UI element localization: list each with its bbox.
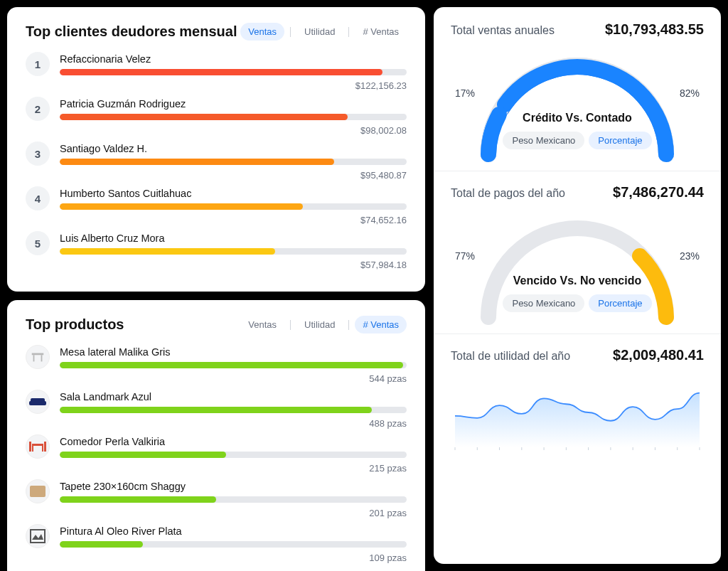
- svg-rect-11: [31, 530, 45, 543]
- debtor-name: Santiago Valdez H.: [60, 143, 407, 154]
- products-header: Top productos Ventas Utilidad # Ventas: [26, 316, 407, 333]
- rank-badge: 1: [26, 52, 50, 76]
- divider: [290, 320, 291, 330]
- bar-track: [60, 407, 407, 413]
- annual-sales-label: Total ventas anuales: [451, 24, 555, 37]
- gauge-overdue-title: Vencido Vs. No vencido: [451, 274, 704, 287]
- sofa-icon: [26, 390, 50, 414]
- bar-fill: [60, 496, 216, 503]
- bar-fill: [60, 541, 143, 548]
- tab-nventas[interactable]: # Ventas: [355, 23, 407, 41]
- bar-fill: [60, 114, 348, 120]
- unit-peso[interactable]: Peso Mexicano: [503, 294, 584, 312]
- product-row[interactable]: Sala Landmark Azul: [26, 390, 407, 414]
- debtor-value: $122,156.23: [26, 80, 407, 91]
- rank-badge: 5: [26, 231, 50, 255]
- product-name: Pintura Al Oleo River Plata: [60, 525, 407, 537]
- product-name: Mesa lateral Malika Gris: [60, 346, 407, 358]
- svg-rect-9: [44, 442, 46, 452]
- debtors-tabs: Ventas Utilidad # Ventas: [240, 23, 407, 41]
- bar-fill: [60, 407, 372, 413]
- svg-rect-0: [32, 353, 44, 356]
- unit-pct[interactable]: Porcentaje: [589, 294, 651, 312]
- product-value: 215 pzas: [26, 463, 407, 474]
- rank-badge: 3: [26, 142, 50, 166]
- tab-ventas[interactable]: Ventas: [240, 316, 284, 333]
- debtors-title: Top clientes deudores mensual: [26, 23, 237, 40]
- divider: [434, 333, 721, 334]
- bar-track: [60, 159, 407, 165]
- bar-track: [60, 203, 407, 210]
- bar-track: [60, 69, 407, 75]
- debtor-value: $98,002.08: [26, 125, 407, 136]
- product-name: Sala Landmark Azul: [60, 391, 407, 402]
- product-value: 109 pzas: [26, 553, 407, 563]
- debtor-row[interactable]: 5 Luis Alberto Cruz Mora: [26, 231, 407, 255]
- divider: [434, 171, 721, 171]
- rug-icon: [26, 479, 50, 503]
- bar-track: [60, 452, 407, 458]
- gauge-credit-left: 17%: [455, 87, 475, 99]
- bar-fill: [60, 452, 226, 458]
- tab-utilidad[interactable]: Utilidad: [296, 316, 343, 333]
- debtor-row[interactable]: 2 Patricia Guzmán Rodriguez: [26, 97, 407, 121]
- debtor-name: Luis Alberto Cruz Mora: [60, 233, 407, 244]
- debtors-header: Top clientes deudores mensual Ventas Uti…: [26, 23, 407, 41]
- tab-utilidad[interactable]: Utilidad: [296, 23, 343, 41]
- product-row[interactable]: Comedor Perla Valkiria: [26, 434, 407, 459]
- divider: [348, 320, 349, 330]
- gauge-overdue-left: 77%: [455, 250, 475, 262]
- annual-payments-head: Total de pagos del año $7,486,270.44: [451, 184, 704, 201]
- svg-rect-6: [32, 446, 33, 452]
- bar-track: [60, 114, 407, 120]
- gauge-credit: 17% 82% Crédito Vs. Contado Peso Mexican…: [451, 41, 704, 165]
- debtor-row[interactable]: 1 Refaccionaria Velez: [26, 52, 407, 76]
- product-row[interactable]: Tapete 230×160cm Shaggy: [26, 479, 407, 503]
- svg-rect-2: [41, 355, 43, 361]
- gauge-credit-units: Peso Mexicano Porcentaje: [451, 132, 704, 149]
- table-icon: [26, 345, 50, 369]
- debtor-row[interactable]: 4 Humberto Santos Cuitlahuac: [26, 186, 407, 210]
- product-value: 488 pzas: [26, 418, 407, 429]
- product-row[interactable]: Pintura Al Oleo River Plata: [26, 524, 407, 548]
- svg-rect-4: [29, 401, 46, 405]
- bar-track: [60, 248, 407, 255]
- rank-badge: 4: [26, 186, 50, 210]
- divider: [290, 27, 291, 37]
- rank-badge: 2: [26, 97, 50, 121]
- tab-ventas[interactable]: Ventas: [240, 23, 284, 41]
- bar-fill: [60, 203, 303, 210]
- annual-payments-label: Total de pagos del año: [451, 187, 565, 200]
- painting-icon: [26, 524, 50, 548]
- product-name: Tapete 230×160cm Shaggy: [60, 481, 407, 492]
- profit-area-chart: [451, 373, 704, 452]
- product-row[interactable]: Mesa lateral Malika Gris: [26, 345, 407, 369]
- bar-track: [60, 362, 407, 368]
- svg-rect-8: [29, 442, 31, 452]
- svg-rect-5: [32, 444, 43, 446]
- debtor-row[interactable]: 3 Santiago Valdez H.: [26, 142, 407, 166]
- debtor-value: $57,984.18: [26, 260, 407, 270]
- gauge-overdue: 77% 23% Vencido Vs. No vencido Peso Mexi…: [451, 203, 704, 328]
- card-debtors: Top clientes deudores mensual Ventas Uti…: [7, 7, 425, 292]
- unit-pct[interactable]: Porcentaje: [589, 132, 651, 149]
- annual-sales-value: $10,793,483.55: [605, 21, 704, 38]
- svg-rect-10: [30, 486, 46, 497]
- bar-fill: [60, 159, 334, 165]
- divider: [348, 27, 349, 37]
- bar-fill: [60, 248, 275, 255]
- product-value: 201 pzas: [26, 508, 407, 518]
- product-value: 544 pzas: [26, 373, 407, 384]
- svg-rect-7: [42, 446, 43, 452]
- tab-nventas[interactable]: # Ventas: [355, 316, 407, 333]
- unit-peso[interactable]: Peso Mexicano: [503, 132, 584, 149]
- card-annual: Total ventas anuales $10,793,483.55 17% …: [434, 7, 721, 564]
- gauge-credit-right: 82%: [680, 87, 700, 99]
- debtor-name: Humberto Santos Cuitlahuac: [60, 188, 407, 199]
- gauge-overdue-right: 23%: [680, 250, 700, 262]
- debtor-value: $95,480.87: [26, 170, 407, 181]
- annual-profit-label: Total de utilidad del año: [451, 350, 570, 363]
- annual-sales-head: Total ventas anuales $10,793,483.55: [451, 21, 704, 38]
- annual-payments-value: $7,486,270.44: [613, 184, 704, 201]
- svg-rect-1: [33, 355, 35, 361]
